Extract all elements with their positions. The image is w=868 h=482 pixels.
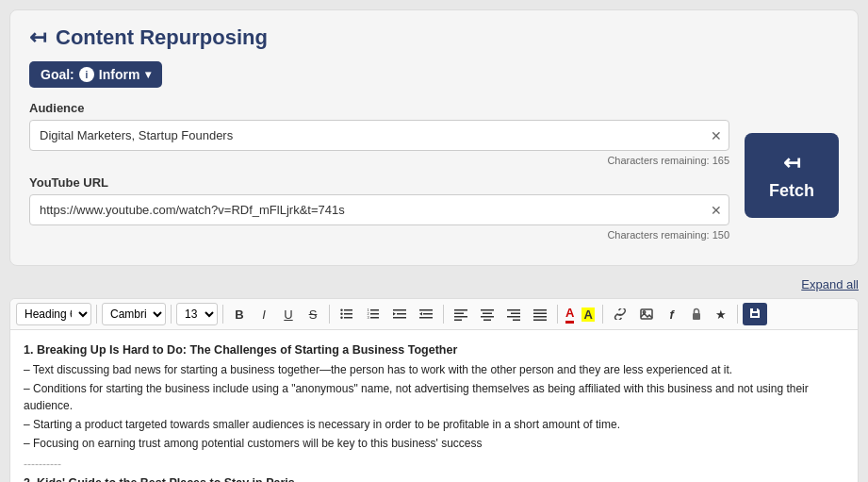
- strikethrough-button[interactable]: S: [302, 303, 324, 325]
- svg-rect-30: [507, 316, 520, 318]
- svg-rect-29: [511, 313, 520, 315]
- expand-all-row: Expand all: [9, 275, 859, 292]
- link-button[interactable]: [608, 303, 632, 325]
- info-icon: i: [79, 67, 94, 82]
- svg-point-4: [340, 313, 342, 315]
- section-title: 2. Kids' Guide to the Best Places to Sta…: [24, 474, 844, 482]
- heading-select[interactable]: Heading 6: [16, 303, 91, 325]
- expand-all-button[interactable]: Expand all: [801, 277, 859, 291]
- svg-rect-27: [483, 320, 491, 322]
- svg-rect-34: [533, 316, 547, 318]
- save-button[interactable]: [743, 303, 767, 325]
- svg-marker-19: [419, 312, 422, 316]
- svg-rect-26: [481, 316, 494, 318]
- svg-rect-2: [344, 317, 352, 319]
- svg-marker-15: [393, 312, 396, 316]
- audience-field-wrapper: ✕: [29, 120, 729, 151]
- svg-rect-35: [533, 320, 547, 322]
- indent-increase-button[interactable]: [414, 303, 438, 325]
- editor-toolbar: Heading 6 Cambria 13 B I U S 123: [10, 299, 858, 330]
- svg-rect-8: [370, 317, 379, 319]
- svg-rect-24: [481, 309, 494, 311]
- highlight-color-button[interactable]: A: [579, 303, 597, 325]
- list-ordered-button[interactable]: 123: [361, 303, 385, 325]
- goal-label: Goal: i Inform: [41, 67, 139, 82]
- list-item: – Conditions for starting the business i…: [24, 380, 844, 414]
- goal-dropdown[interactable]: Goal: i Inform ▾: [29, 61, 162, 88]
- svg-text:3: 3: [368, 315, 370, 320]
- svg-rect-18: [419, 317, 433, 319]
- editor-content[interactable]: 1. Breaking Up Is Hard to Do: The Challe…: [10, 330, 858, 482]
- svg-rect-25: [483, 313, 492, 315]
- star-button[interactable]: ★: [710, 303, 732, 325]
- editor-panel: Heading 6 Cambria 13 B I U S 123: [9, 298, 859, 482]
- panel-icon: ↤: [29, 25, 46, 50]
- svg-rect-1: [344, 313, 352, 315]
- sep5: [443, 305, 444, 324]
- size-select[interactable]: 13: [176, 303, 218, 325]
- goal-value: Inform: [99, 67, 140, 82]
- svg-rect-17: [423, 313, 433, 315]
- image-button[interactable]: [634, 303, 659, 325]
- svg-rect-0: [344, 309, 352, 311]
- goal-text-label: Goal:: [41, 67, 74, 82]
- svg-rect-33: [533, 313, 547, 315]
- goal-row: Goal: i Inform ▾: [29, 61, 839, 88]
- svg-rect-7: [370, 313, 379, 315]
- align-center-button[interactable]: [475, 303, 500, 325]
- top-panel: ↤ Content Repurposing Goal: i Inform ▾ A…: [9, 9, 859, 266]
- audience-label: Audience: [29, 101, 729, 115]
- fields-area: Audience ✕ Characters remaining: 165 You…: [29, 101, 729, 250]
- fetch-label: Fetch: [769, 181, 814, 201]
- indent-decrease-button[interactable]: [387, 303, 412, 325]
- fetch-button[interactable]: ↤ Fetch: [745, 133, 839, 218]
- svg-rect-20: [454, 309, 467, 311]
- chevron-down-icon: ▾: [145, 68, 151, 81]
- fetch-icon: ↤: [783, 151, 800, 175]
- svg-rect-21: [454, 313, 464, 315]
- fields-and-fetch: Audience ✕ Characters remaining: 165 You…: [29, 101, 839, 250]
- youtube-chars-remaining: Characters remaining: 150: [29, 229, 729, 241]
- text-color-a: A: [565, 306, 574, 324]
- text-color-button[interactable]: A: [563, 303, 577, 325]
- svg-point-3: [340, 309, 342, 311]
- svg-rect-23: [454, 320, 462, 322]
- svg-rect-36: [641, 309, 652, 319]
- align-left-button[interactable]: [449, 303, 473, 325]
- audience-input[interactable]: [29, 120, 729, 151]
- svg-rect-32: [533, 309, 547, 311]
- svg-rect-14: [393, 317, 406, 319]
- section-divider: ----------: [24, 456, 844, 473]
- sep4: [329, 305, 330, 324]
- svg-rect-22: [454, 316, 467, 318]
- list-item: – Focusing on earning trust among potent…: [24, 435, 844, 452]
- svg-point-5: [340, 317, 342, 319]
- sep8: [737, 305, 738, 324]
- highlight-a: A: [581, 307, 594, 322]
- list-item: – Starting a product targeted towards sm…: [24, 416, 844, 433]
- audience-chars-remaining: Characters remaining: 165: [29, 155, 729, 166]
- sep1: [96, 305, 97, 324]
- font-select[interactable]: Cambria: [102, 303, 166, 325]
- italic-button[interactable]: I: [253, 303, 275, 325]
- bold-button[interactable]: B: [228, 303, 251, 325]
- svg-rect-38: [693, 313, 700, 320]
- lock-button[interactable]: [685, 303, 708, 325]
- svg-rect-31: [513, 320, 520, 322]
- youtube-clear-button[interactable]: ✕: [711, 203, 722, 218]
- sep7: [602, 305, 603, 324]
- youtube-field-wrapper: ✕: [29, 194, 729, 225]
- sep3: [222, 305, 223, 324]
- list-unordered-button[interactable]: [335, 303, 359, 325]
- sep6: [557, 305, 558, 324]
- underline-button[interactable]: U: [277, 303, 300, 325]
- audience-clear-button[interactable]: ✕: [711, 128, 722, 143]
- align-justify-button[interactable]: [528, 303, 552, 325]
- align-right-button[interactable]: [501, 303, 526, 325]
- svg-rect-12: [393, 309, 406, 311]
- formula-button[interactable]: f: [661, 303, 683, 325]
- youtube-label: YouTube URL: [29, 175, 729, 190]
- panel-title: Content Repurposing: [56, 25, 268, 50]
- youtube-input[interactable]: [29, 194, 729, 225]
- svg-rect-28: [507, 309, 520, 311]
